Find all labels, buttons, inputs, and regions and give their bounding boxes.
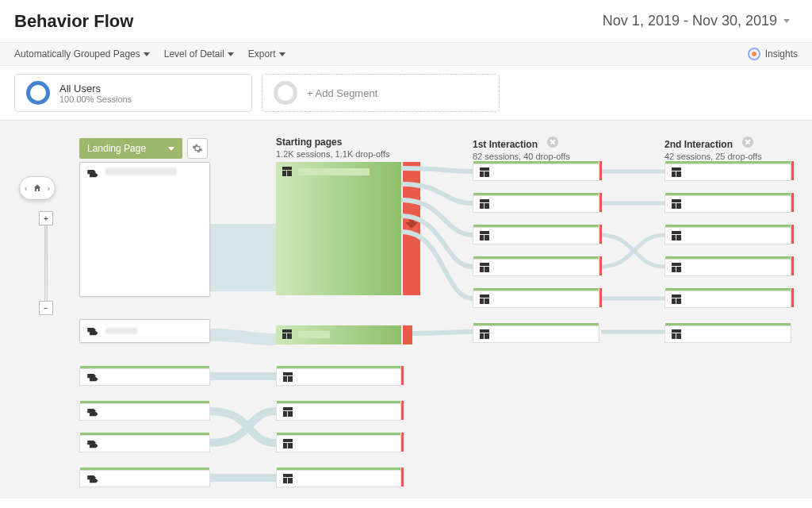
svg-rect-51 [676, 267, 681, 272]
page-node[interactable] [665, 259, 791, 276]
svg-rect-12 [288, 376, 293, 382]
source-node[interactable] [79, 368, 210, 386]
segment-sub: 100.00% Sessions [59, 94, 132, 104]
svg-rect-28 [480, 231, 489, 234]
page-node[interactable] [282, 167, 370, 176]
page-node[interactable] [665, 291, 791, 308]
svg-rect-52 [672, 294, 681, 298]
page-icon [672, 329, 681, 339]
page-node[interactable] [473, 195, 599, 213]
add-segment[interactable]: + Add Segment [262, 74, 500, 112]
source-node[interactable] [79, 435, 210, 452]
svg-rect-49 [672, 263, 681, 266]
svg-rect-20 [283, 478, 287, 483]
page-node[interactable] [665, 195, 791, 213]
page-node[interactable] [665, 325, 791, 343]
flow-canvas[interactable]: ‹ › + − Landing Page Starting pages 1.2 [0, 120, 812, 498]
caret-down-icon [783, 19, 790, 23]
page-icon [480, 231, 489, 241]
svg-rect-54 [676, 298, 681, 304]
svg-rect-16 [283, 439, 293, 442]
svg-rect-5 [282, 171, 286, 176]
svg-rect-4 [282, 167, 292, 170]
svg-rect-11 [283, 376, 287, 382]
page-title: Behavior Flow [14, 11, 133, 32]
page-node[interactable] [473, 291, 599, 308]
insights-button[interactable]: Insights [748, 48, 798, 60]
svg-rect-37 [480, 329, 489, 333]
page-icon [672, 167, 681, 177]
page-icon [672, 199, 681, 209]
zoom-slider[interactable] [44, 225, 48, 301]
caret-down-icon [228, 52, 234, 56]
source-node[interactable] [79, 319, 210, 343]
svg-rect-32 [480, 267, 484, 272]
settings-button[interactable] [187, 138, 208, 159]
svg-rect-33 [485, 267, 489, 272]
svg-rect-21 [288, 478, 293, 483]
detail-dropdown[interactable]: Level of Detail [164, 48, 234, 60]
page-icon [283, 439, 293, 448]
svg-rect-55 [672, 329, 681, 333]
page-node[interactable] [473, 227, 599, 244]
page-node[interactable] [473, 259, 599, 276]
page-node[interactable] [276, 368, 401, 386]
svg-rect-57 [676, 333, 681, 339]
page-icon [283, 407, 293, 417]
source-node[interactable] [79, 162, 210, 297]
add-segment-label: + Add Segment [307, 87, 377, 99]
dimension-dropdown[interactable]: Landing Page [79, 138, 182, 159]
page-node[interactable] [276, 403, 401, 421]
col-2nd-interaction: 2nd Interaction 42 sessions, 25 drop-off… [665, 137, 812, 161]
export-dropdown[interactable]: Export [248, 48, 285, 60]
svg-rect-7 [282, 329, 292, 333]
page-node[interactable] [282, 329, 330, 339]
page-icon [672, 294, 681, 304]
page-node[interactable] [665, 227, 791, 244]
segment-row: All Users 100.00% Sessions + Add Segment [0, 66, 812, 120]
entry-icon [86, 167, 99, 179]
caret-down-icon [279, 52, 285, 56]
svg-rect-13 [283, 407, 293, 410]
svg-rect-56 [672, 333, 676, 339]
entry-icon [86, 473, 99, 484]
chevron-right-icon: › [48, 184, 50, 193]
svg-rect-43 [672, 199, 681, 202]
toolbar: Automatically Grouped Pages Level of Det… [0, 42, 812, 66]
svg-rect-34 [480, 294, 489, 298]
segment-title: All Users [59, 83, 132, 94]
segment-circle-icon [26, 81, 50, 105]
close-icon[interactable] [547, 137, 558, 148]
caret-down-icon [168, 147, 174, 151]
page-icon [282, 167, 292, 176]
page-icon [672, 231, 681, 241]
page-node[interactable] [276, 435, 401, 452]
grouping-dropdown[interactable]: Automatically Grouped Pages [14, 48, 150, 60]
page-node[interactable] [473, 164, 599, 181]
svg-rect-35 [480, 298, 484, 304]
entry-icon [86, 438, 99, 449]
zoom-out-button[interactable]: − [39, 301, 53, 315]
home-nav[interactable]: ‹ › [19, 176, 56, 200]
svg-rect-41 [672, 171, 676, 177]
page-node[interactable] [665, 164, 791, 181]
svg-rect-19 [283, 474, 293, 477]
source-node[interactable] [79, 403, 210, 421]
svg-rect-6 [287, 171, 292, 176]
nav-cluster: ‹ › + − [22, 176, 70, 315]
page-node[interactable] [276, 470, 401, 487]
page-icon [283, 474, 293, 483]
gear-icon [192, 143, 203, 154]
svg-rect-10 [283, 372, 293, 375]
page-icon [480, 199, 489, 209]
page-node[interactable] [473, 325, 599, 343]
svg-rect-42 [676, 171, 681, 177]
source-node[interactable] [79, 470, 210, 487]
svg-rect-44 [672, 203, 676, 209]
close-icon[interactable] [742, 137, 753, 148]
date-range-picker[interactable]: Nov 1, 2019 - Nov 30, 2019 [595, 8, 798, 34]
svg-rect-25 [480, 199, 489, 202]
segment-all-users[interactable]: All Users 100.00% Sessions [14, 74, 252, 112]
svg-rect-53 [672, 298, 676, 304]
zoom-in-button[interactable]: + [39, 211, 53, 225]
